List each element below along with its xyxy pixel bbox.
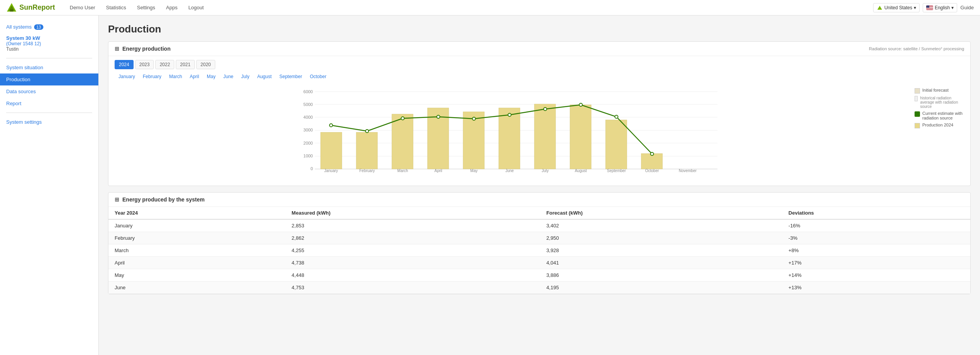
svg-text:March: March (397, 169, 408, 173)
forecast-dot-mar (401, 117, 404, 120)
svg-text:5000: 5000 (304, 102, 313, 107)
grid-icon: ⊞ (115, 46, 119, 52)
forecast-dot-feb (366, 130, 369, 133)
logo-text: SunReport (19, 3, 55, 12)
logo[interactable]: SunReport (6, 2, 55, 13)
month-tab-september[interactable]: September (276, 72, 306, 81)
nav-settings[interactable]: Settings (132, 0, 161, 15)
forecast-dot-sep (615, 115, 618, 118)
cell-deviation: +17% (782, 257, 970, 269)
col-year: Year 2024 (108, 207, 285, 219)
language-selector[interactable]: English ▾ (923, 3, 957, 12)
nav-logout[interactable]: Logout (183, 0, 209, 15)
country-selector[interactable]: United States ▾ (873, 3, 920, 12)
forecast-line (331, 105, 652, 154)
year-tab-2020[interactable]: 2020 (196, 60, 215, 69)
legend-label-historical: historical radiation average with radiat… (920, 96, 964, 109)
energy-production-card: ⊞ Energy production Radiation source: sa… (108, 41, 971, 186)
nav-demo-user[interactable]: Demo User (64, 0, 101, 15)
year-tab-2021[interactable]: 2021 (176, 60, 195, 69)
energy-production-label: Energy production (122, 46, 170, 52)
all-systems-link[interactable]: All systems 13 (0, 22, 98, 32)
sidebar-item-report[interactable]: Report (0, 97, 98, 109)
language-chevron: ▾ (951, 5, 954, 10)
svg-marker-3 (877, 6, 882, 10)
cell-month: January (108, 219, 285, 232)
legend-production-2024: Production 2024 (915, 123, 964, 128)
svg-text:1000: 1000 (304, 154, 313, 158)
table-row: April 4,738 4,041 +17% (108, 257, 970, 269)
cell-forecast: 4,041 (540, 257, 782, 269)
col-measured: Measured (kWh) (285, 207, 540, 219)
legend-color-initial (915, 88, 920, 94)
cell-measured: 2,853 (285, 219, 540, 232)
month-tab-february[interactable]: February (139, 72, 165, 81)
year-tab-2024[interactable]: 2024 (115, 60, 134, 69)
svg-text:November: November (679, 169, 697, 173)
cell-deviation: +14% (782, 269, 970, 282)
bar-february (356, 132, 378, 169)
cell-measured: 4,753 (285, 282, 540, 294)
forecast-dot-apr (437, 115, 440, 118)
cell-deviation: +8% (782, 244, 970, 257)
month-tab-july[interactable]: July (237, 72, 253, 81)
all-systems-badge: 13 (34, 24, 43, 30)
col-forecast: Forecast (kWh) (540, 207, 782, 219)
cell-measured: 2,862 (285, 232, 540, 244)
svg-text:May: May (470, 169, 478, 173)
svg-text:July: July (542, 169, 549, 173)
svg-rect-2 (10, 9, 13, 12)
nav-statistics[interactable]: Statistics (101, 0, 132, 15)
guide-link[interactable]: Guide (960, 5, 974, 10)
cell-month: June (108, 282, 285, 294)
svg-text:June: June (505, 169, 514, 173)
nav-right: United States ▾ English ▾ Guide (873, 3, 974, 12)
month-tab-april[interactable]: April (186, 72, 203, 81)
energy-data-table: Year 2024 Measured (kWh) Forecast (kWh) … (108, 207, 970, 294)
table-row: March 4,255 3,928 +8% (108, 244, 970, 257)
month-tab-january[interactable]: January (115, 72, 139, 81)
svg-text:2000: 2000 (304, 141, 313, 145)
year-tabs: 2024 2023 2022 2021 2020 (108, 56, 970, 69)
energy-table-label: Energy produced by the system (122, 196, 204, 203)
svg-text:0: 0 (311, 166, 313, 171)
forecast-dot-may (472, 117, 475, 120)
svg-text:4000: 4000 (304, 115, 313, 119)
nav-apps[interactable]: Apps (161, 0, 183, 15)
sidebar-item-production[interactable]: Production (0, 73, 98, 85)
main-content: Production ⊞ Energy production Radiation… (99, 15, 980, 355)
cell-deviation: +13% (782, 282, 970, 294)
cell-forecast: 3,928 (540, 244, 782, 257)
sidebar-item-system-settings[interactable]: System settings (0, 116, 98, 128)
sidebar-item-data-sources[interactable]: Data sources (0, 85, 98, 97)
svg-text:3000: 3000 (304, 128, 313, 132)
sidebar-item-system-situation[interactable]: System situation (0, 61, 98, 73)
month-tab-may[interactable]: May (203, 72, 220, 81)
month-tab-october[interactable]: October (306, 72, 330, 81)
month-tab-august[interactable]: August (253, 72, 275, 81)
table-body: January 2,853 3,402 -16% February 2,862 … (108, 219, 970, 294)
svg-text:April: April (434, 169, 442, 173)
country-label: United States (884, 5, 912, 10)
all-systems-label: All systems (6, 24, 32, 30)
svg-text:January: January (324, 169, 338, 173)
energy-table-header: ⊞ Energy produced by the system (108, 193, 970, 207)
cell-measured: 4,448 (285, 269, 540, 282)
nav-links: Demo User Statistics Settings Apps Logou… (64, 0, 209, 15)
layout: All systems 13 System 30 kW (Owner 1548 … (0, 15, 980, 355)
system-owner[interactable]: (Owner 1548 12) (6, 41, 92, 46)
year-tab-2022[interactable]: 2022 (155, 60, 174, 69)
cell-forecast: 3,402 (540, 219, 782, 232)
cell-month: February (108, 232, 285, 244)
legend-color-historical (915, 96, 918, 101)
cell-forecast: 4,195 (540, 282, 782, 294)
legend-color-current (915, 111, 920, 117)
year-tab-2023[interactable]: 2023 (135, 60, 154, 69)
month-tab-june[interactable]: June (220, 72, 237, 81)
table-row: January 2,853 3,402 -16% (108, 219, 970, 232)
legend-label-initial: Initial forecast (922, 88, 949, 92)
production-chart: 6000 5000 4000 3000 2000 1000 0 (115, 88, 910, 173)
month-tab-march[interactable]: March (165, 72, 186, 81)
system-name[interactable]: System 30 kW (6, 35, 92, 41)
radiation-source: Radiation source: satellite / Sunmeteo° … (869, 46, 964, 51)
